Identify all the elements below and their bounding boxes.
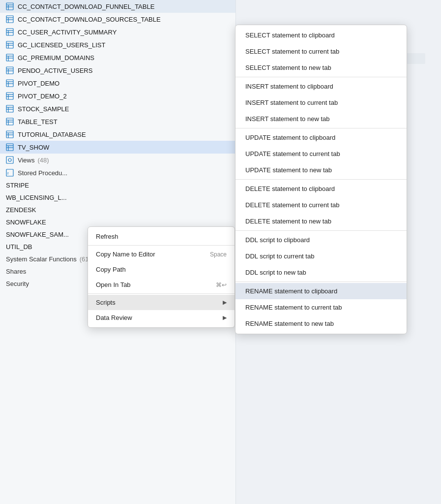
script-item-label: UPDATE statement to current tab — [245, 150, 340, 158]
script-item-label: SELECT statement to clipboard — [245, 32, 335, 39]
script-item-label: DELETE statement to clipboard — [245, 185, 335, 192]
svg-rect-20 — [6, 67, 13, 74]
sidebar-item-cc-user-activity-summary[interactable]: CC_USER_ACTIVITY_SUMMARY — [0, 26, 235, 38]
sidebar-item-label: TABLE_TEST — [18, 118, 58, 126]
menu-item-shortcut: ⌘↩ — [216, 282, 227, 288]
script-menu-item-rename-statement-to-new-tab[interactable]: RENAME statement to new tab — [235, 315, 407, 332]
script-menu-separator — [235, 282, 407, 282]
sidebar-item-pendo-active-users[interactable]: PENDO_ACTIVE_USERS — [0, 64, 235, 77]
script-menu-separator — [235, 179, 407, 180]
script-item-label: DDL script to current tab — [245, 252, 314, 260]
views-section[interactable]: Views(48) — [0, 154, 235, 166]
script-item-label: DDL script to new tab — [245, 269, 306, 276]
sidebar-item-label: SNOWFLAKE — [6, 219, 46, 226]
script-item-label: UPDATE statement to clipboard — [245, 134, 335, 141]
sidebar-item-label: STRIPE — [6, 182, 29, 189]
table-icon — [6, 15, 14, 23]
sidebar-item-tutorial-database[interactable]: TUTORIAL_DATABASE — [0, 128, 235, 141]
sidebar-item-zendesk[interactable]: ZENDESK — [0, 204, 235, 216]
svg-rect-4 — [6, 16, 13, 23]
script-menu-separator — [235, 128, 407, 128]
script-menu-item-update-statement-to-clipboard[interactable]: UPDATE statement to clipboard — [235, 129, 407, 146]
svg-rect-24 — [6, 80, 13, 87]
script-menu-item-update-statement-to-current-tab[interactable]: UPDATE statement to current tab — [235, 146, 407, 162]
menu-item-label: Scripts — [96, 299, 116, 306]
table-icon — [6, 79, 14, 87]
svg-point-49 — [8, 158, 11, 161]
menu-separator — [88, 293, 235, 294]
sidebar-item-tv-show[interactable]: TV_SHOW — [0, 141, 235, 154]
script-item-label: DELETE statement to current tab — [245, 201, 339, 209]
footer-item-label: Security — [6, 280, 29, 287]
stored-procedures-section[interactable]: f Stored Procedu... — [0, 166, 235, 179]
sidebar-item-gc-premium-domains[interactable]: GC_PREMIUM_DOMAINS — [0, 51, 235, 64]
left-menu-item-scripts[interactable]: Scripts▶ — [88, 295, 235, 310]
submenu-arrow-icon: ▶ — [223, 315, 227, 321]
script-item-label: UPDATE statement to new tab — [245, 166, 332, 174]
script-item-label: INSERT statement to clipboard — [245, 83, 333, 90]
left-menu-item-refresh[interactable]: Refresh — [88, 229, 235, 244]
script-menu-item-update-statement-to-new-tab[interactable]: UPDATE statement to new tab — [235, 162, 407, 178]
menu-item-label: Refresh — [96, 233, 118, 240]
script-menu-separator — [235, 230, 407, 231]
left-menu-item-data-review[interactable]: Data Review▶ — [88, 310, 235, 325]
script-menu-item-insert-statement-to-current-tab[interactable]: INSERT statement to current tab — [235, 94, 407, 111]
script-menu-item-delete-statement-to-current-tab[interactable]: DELETE statement to current tab — [235, 197, 407, 213]
svg-rect-32 — [6, 105, 13, 112]
context-menu-scripts: SELECT statement to clipboardSELECT stat… — [235, 25, 407, 334]
sidebar-item-label: UTIL_DB — [6, 243, 32, 251]
svg-text:f: f — [7, 171, 9, 176]
sidebar-item-label: ZENDESK — [6, 206, 36, 214]
script-item-label: RENAME statement to new tab — [245, 320, 334, 327]
footer-item-label: Shares — [6, 268, 26, 275]
footer-item-label: System Scalar Functions — [6, 255, 77, 263]
table-icon — [6, 66, 14, 74]
script-menu-item-ddl-script-to-new-tab[interactable]: DDL script to new tab — [235, 264, 407, 281]
sidebar-item-label: TUTORIAL_DATABASE — [18, 131, 86, 138]
submenu-arrow-icon: ▶ — [223, 299, 227, 306]
sidebar-item-stripe[interactable]: STRIPE — [0, 179, 235, 191]
svg-rect-40 — [6, 131, 13, 138]
sidebar-item-cc-contact-download-funnel-table[interactable]: CC_CONTACT_DOWNLOAD_FUNNEL_TABLE — [0, 0, 235, 13]
left-menu-item-copy-name-to-editor[interactable]: Copy Name to EditorSpace — [88, 247, 235, 262]
sidebar-item-table-test[interactable]: TABLE_TEST — [0, 115, 235, 128]
script-menu-item-select-statement-to-new-tab[interactable]: SELECT statement to new tab — [235, 60, 407, 76]
svg-rect-44 — [6, 144, 13, 151]
script-menu-item-ddl-script-to-clipboard[interactable]: DDL script to clipboard — [235, 232, 407, 248]
script-item-label: DDL script to clipboard — [245, 236, 310, 244]
svg-rect-48 — [6, 157, 13, 163]
script-menu-item-delete-statement-to-new-tab[interactable]: DELETE statement to new tab — [235, 213, 407, 229]
script-menu-item-insert-statement-to-clipboard[interactable]: INSERT statement to clipboard — [235, 78, 407, 94]
script-menu-item-insert-statement-to-new-tab[interactable]: INSERT statement to new tab — [235, 111, 407, 127]
procedure-icon: f — [6, 169, 14, 177]
stored-procedures-label: Stored Procedu... — [18, 169, 67, 177]
left-menu-item-open-in-tab[interactable]: Open In Tab⌘↩ — [88, 277, 235, 292]
left-menu-item-copy-path[interactable]: Copy Path — [88, 262, 235, 277]
script-item-label: INSERT statement to current tab — [245, 99, 338, 106]
script-menu-item-rename-statement-to-current-tab[interactable]: RENAME statement to current tab — [235, 299, 407, 315]
script-menu-item-rename-statement-to-clipboard[interactable]: RENAME statement to clipboard — [235, 283, 407, 299]
sidebar-item-stock-sample[interactable]: STOCK_SAMPLE — [0, 102, 235, 115]
context-menu-left: RefreshCopy Name to EditorSpaceCopy Path… — [88, 226, 235, 328]
menu-item-label: Data Review — [96, 314, 132, 321]
sidebar-item-pivot-demo-2[interactable]: PIVOT_DEMO_2 — [0, 90, 235, 102]
svg-rect-16 — [6, 54, 13, 61]
svg-rect-8 — [6, 29, 13, 35]
sidebar-item-label: GC_LICENSED_USERS_LIST — [18, 41, 105, 49]
sidebar-item-cc-contact-download-sources-table[interactable]: CC_CONTACT_DOWNLOAD_SOURCES_TABLE — [0, 13, 235, 26]
table-icon — [6, 92, 14, 100]
sidebar-item-wb-licensing-l---[interactable]: WB_LICENSING_L... — [0, 191, 235, 204]
sidebar-item-pivot-demo[interactable]: PIVOT_DEMO — [0, 77, 235, 90]
script-menu-separator — [235, 77, 407, 77]
sidebar-item-label: TV_SHOW — [18, 144, 49, 151]
script-menu-item-select-statement-to-clipboard[interactable]: SELECT statement to clipboard — [235, 27, 407, 43]
sidebar-item-gc-licensed-users-list[interactable]: GC_LICENSED_USERS_LIST — [0, 38, 235, 51]
table-icon — [6, 41, 14, 49]
script-menu-item-select-statement-to-current-tab[interactable]: SELECT statement to current tab — [235, 43, 407, 60]
sidebar-item-label: CC_CONTACT_DOWNLOAD_SOURCES_TABLE — [18, 16, 161, 23]
table-icon — [6, 28, 14, 36]
table-icon — [6, 143, 14, 151]
script-menu-item-delete-statement-to-clipboard[interactable]: DELETE statement to clipboard — [235, 181, 407, 197]
svg-rect-0 — [6, 3, 13, 10]
script-menu-item-ddl-script-to-current-tab[interactable]: DDL script to current tab — [235, 248, 407, 264]
